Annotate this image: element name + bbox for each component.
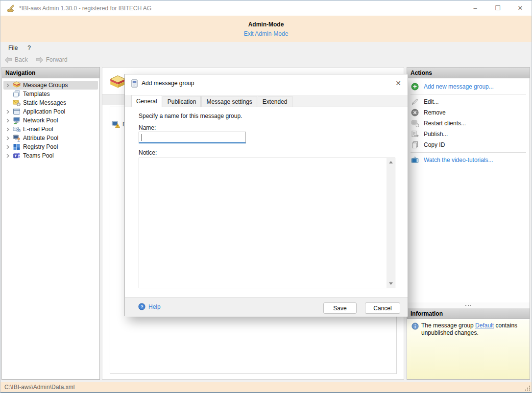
action-label: Edit... [424,98,439,105]
teams-pool-icon [12,152,21,160]
edit-action[interactable]: Edit... [407,96,530,107]
navigation-toolbar: Back Forward [0,53,532,66]
sidebar-item-teams-pool[interactable]: Teams Pool [3,151,98,160]
exit-admin-mode-link[interactable]: Exit Admin-Mode [244,30,289,37]
add-icon [411,83,419,91]
chevron-right-icon[interactable] [3,83,12,88]
minimize-button[interactable]: – [464,0,486,16]
navigation-header: Navigation [2,68,99,78]
dialog-footer: ? Help Save Cancel [125,297,408,317]
unpublished-warning-icon [112,120,120,128]
remove-icon [411,109,419,117]
status-bar: C:\IBI-aws\Admin\Data.xml [0,382,532,392]
navigation-panel: Navigation Message Groups [1,67,100,380]
name-label: Name: [139,124,156,131]
sidebar-item-templates[interactable]: Templates [3,90,98,98]
information-section: Information [407,308,530,319]
chevron-right-icon[interactable] [3,136,12,140]
tab-extended[interactable]: Extended [258,96,292,107]
sidebar-item-label: Templates [23,91,50,97]
menu-bar: File ? [0,42,532,53]
dialog-title-bar: Add message group ✕ [125,74,408,92]
copy-icon [411,141,419,149]
back-arrow-icon [4,56,12,63]
dialog-tabstrip: General Publication Message settings Ext… [125,95,408,107]
sidebar-item-message-groups[interactable]: Message Groups [3,81,98,90]
actions-panel: Actions Add new message group... [407,67,530,380]
dialog-title: Add message group [142,80,194,87]
chevron-right-icon[interactable] [3,110,12,114]
close-button[interactable]: ✕ [509,0,532,16]
edit-pencil-icon [411,98,419,106]
admin-mode-banner: Admin-Mode Exit Admin-Mode [0,16,532,42]
sidebar-item-network-pool[interactable]: Network Pool [3,116,98,125]
help-icon: ? [138,303,145,310]
sidebar-item-label: Attribute Pool [23,135,58,141]
templates-icon [12,90,21,98]
back-button[interactable]: Back [0,53,32,66]
copy-id-action[interactable]: Copy ID [407,139,530,150]
actions-list: Add new message group... Edit... [407,78,530,165]
help-link[interactable]: ? Help [138,303,161,310]
static-messages-icon [12,99,21,107]
resize-grip-icon[interactable] [525,385,530,391]
chevron-right-icon[interactable] [3,154,12,158]
dialog-description: Specify a name for this message group. [139,113,242,119]
menu-file[interactable]: File [0,42,23,53]
forward-arrow-icon [36,56,44,63]
information-message-prefix: The message group [421,322,475,329]
sidebar-item-registry-pool[interactable]: Registry Pool [3,142,98,151]
action-label: Publish... [424,131,448,138]
tab-message-settings[interactable]: Message settings [201,96,257,107]
tab-publication[interactable]: Publication [163,96,201,107]
action-label: Watch the video-tutorials... [424,157,493,163]
window-controls: – ☐ ✕ [464,0,532,16]
notice-scrollbar[interactable] [387,158,395,288]
chevron-right-icon[interactable] [3,118,12,123]
sidebar-item-email-pool[interactable]: E-mail Pool [3,125,98,134]
sidebar-item-label: Teams Pool [23,152,54,159]
svg-text:?: ? [141,304,144,309]
info-icon [411,323,419,330]
sidebar-item-label: Network Pool [23,117,58,124]
chevron-right-icon[interactable] [3,127,12,132]
menu-help[interactable]: ? [23,42,36,53]
maximize-button[interactable]: ☐ [486,0,509,16]
sidebar-item-label: E-mail Pool [23,126,53,133]
registry-pool-icon [12,143,21,151]
save-button[interactable]: Save [323,302,357,314]
actions-header: Actions [407,68,530,78]
data-file-path: C:\IBI-aws\Admin\Data.xml [4,384,74,391]
dialog-close-icon[interactable]: ✕ [393,78,404,88]
panel-splitter[interactable] [407,302,530,308]
chevron-right-icon[interactable] [3,145,12,149]
dialog-body: Specify a name for this message group. N… [125,107,408,297]
add-message-group-dialog: Add message group ✕ General Publication … [124,74,408,316]
tab-general[interactable]: General [131,95,162,107]
default-group-link[interactable]: Default [475,322,494,329]
sidebar-item-attribute-pool[interactable]: Attribute Pool [3,134,98,142]
sidebar-item-static-messages[interactable]: Static Messages [3,98,98,107]
remove-action[interactable]: Remove [407,107,530,118]
name-input[interactable] [139,132,245,142]
information-message: The message group Default contains unpub… [421,322,527,379]
action-label: Remove [424,109,446,116]
forward-button[interactable]: Forward [32,53,72,66]
notice-label: Notice: [139,149,157,156]
restart-clients-action[interactable]: Restart clients... [407,118,530,129]
text-caret [142,134,142,141]
sidebar-item-application-pool[interactable]: Application Pool [3,107,98,116]
scroll-up-icon[interactable] [387,158,395,166]
action-label: Copy ID [424,141,445,148]
network-pool-icon [12,116,21,124]
app-window: *IBI-aws Admin 1.30.0 - registered for I… [0,0,532,393]
notice-field-box [139,158,395,288]
sidebar-item-label: Static Messages [23,99,66,106]
add-new-message-group-action[interactable]: Add new message group... [407,81,530,92]
watch-video-tutorials-action[interactable]: Watch the video-tutorials... [407,155,530,165]
notice-textarea[interactable] [139,158,387,288]
publish-action[interactable]: Publish... [407,129,530,139]
information-header: Information [407,308,530,319]
cancel-button[interactable]: Cancel [365,302,400,314]
scroll-down-icon[interactable] [387,279,395,288]
